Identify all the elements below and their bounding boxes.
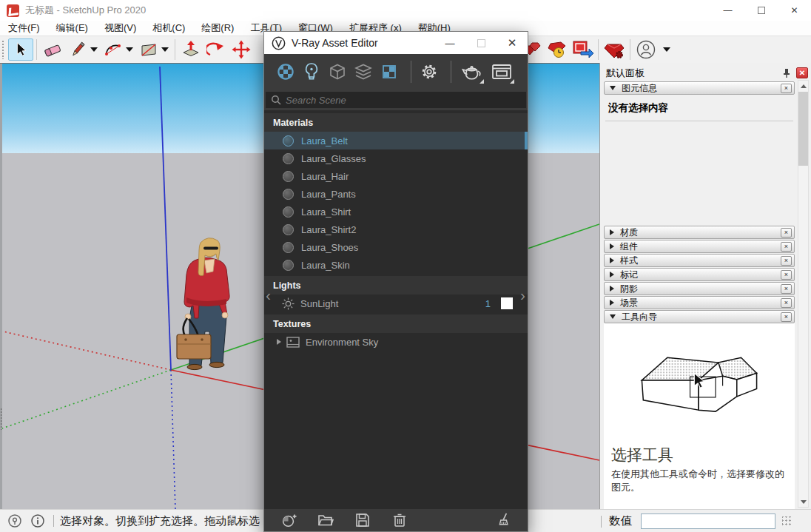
material-label: Laura_Pants xyxy=(301,189,356,200)
material-item[interactable]: Laura_Skin xyxy=(264,256,528,274)
minimize-icon: — xyxy=(724,5,733,16)
search-input[interactable] xyxy=(286,95,526,106)
toolbar-drag-handle[interactable] xyxy=(1,40,5,59)
tags-close-button[interactable]: × xyxy=(781,270,792,280)
add-asset-button[interactable] xyxy=(280,512,297,528)
eraser-tool-button[interactable] xyxy=(40,38,65,61)
scenes-section-header[interactable]: 场景 × xyxy=(604,296,795,309)
materials-section-header[interactable]: 材质 × xyxy=(604,226,795,239)
tags-section-header[interactable]: 标记 × xyxy=(604,268,795,281)
menu-draw[interactable]: 绘图(R) xyxy=(193,21,242,36)
push-pull-tool-button[interactable] xyxy=(178,38,203,61)
vray-geometry-tab[interactable] xyxy=(326,58,349,86)
arc-tool-button[interactable] xyxy=(101,38,126,61)
statusbar-separator xyxy=(601,516,602,528)
vray-extension-button[interactable] xyxy=(602,38,627,61)
expand-triangle-icon xyxy=(610,243,614,249)
account-button[interactable] xyxy=(633,38,659,61)
geolocation-button[interactable] xyxy=(7,513,23,529)
account-dropdown[interactable] xyxy=(663,47,670,52)
material-item[interactable]: Laura_Shoes xyxy=(264,238,528,256)
save-button[interactable] xyxy=(354,512,371,528)
vray-textures-tab[interactable] xyxy=(378,58,400,86)
menu-file[interactable]: 文件(F) xyxy=(0,21,48,36)
material-item-selected[interactable]: Laura_Belt xyxy=(264,132,528,149)
expand-right-panel-button[interactable]: › xyxy=(520,287,525,303)
follow-me-tool-button[interactable] xyxy=(203,38,229,61)
hand-right xyxy=(222,312,228,318)
shadows-close-button[interactable]: × xyxy=(781,284,792,294)
materials-group-header[interactable]: Materials xyxy=(264,113,528,132)
material-item[interactable]: Laura_Glasses xyxy=(264,149,528,167)
scroll-down-button[interactable] xyxy=(798,496,808,507)
entity-info-header[interactable]: 图元信息 × xyxy=(604,81,795,95)
textures-group-header[interactable]: Textures xyxy=(264,314,528,333)
delete-button[interactable] xyxy=(391,512,408,528)
minimize-button[interactable]: — xyxy=(711,0,744,21)
tray-scrollbar[interactable] xyxy=(798,80,809,508)
material-item[interactable]: Laura_Hair xyxy=(264,167,528,185)
lights-group-header[interactable]: Lights xyxy=(264,276,528,294)
shadows-section-header[interactable]: 阴影 × xyxy=(604,282,795,295)
material-item[interactable]: Laura_Pants xyxy=(264,185,528,203)
texture-item[interactable]: Environment Sky xyxy=(264,333,528,351)
rectangle-tool-button[interactable] xyxy=(136,38,161,61)
measurements-input[interactable] xyxy=(641,514,775,529)
material-item[interactable]: Laura_Shirt2 xyxy=(264,220,528,238)
scroll-up-button[interactable] xyxy=(798,81,808,91)
vray-close-button[interactable]: ✕ xyxy=(497,32,528,54)
components-close-button[interactable]: × xyxy=(781,242,792,252)
styles-section-header[interactable]: 样式 × xyxy=(604,254,795,267)
line-tool-dropdown[interactable] xyxy=(90,47,98,52)
vray-render-elements-tab[interactable] xyxy=(352,58,374,86)
move-tool-button[interactable] xyxy=(229,38,254,61)
arc-tool-dropdown[interactable] xyxy=(126,47,133,52)
vray-logo-icon xyxy=(272,36,286,50)
vray-settings-button[interactable] xyxy=(418,58,440,86)
purge-unused-button[interactable] xyxy=(497,512,513,528)
scrollbar-thumb[interactable] xyxy=(798,92,808,166)
tray-close-button[interactable]: ✕ xyxy=(796,67,808,78)
instructor-close-button[interactable]: × xyxy=(781,312,792,322)
send-to-layout-button[interactable] xyxy=(570,38,595,61)
material-label: Laura_Skin xyxy=(301,260,350,271)
collapse-left-panel-button[interactable]: ‹ xyxy=(266,287,271,303)
expand-triangle-icon[interactable] xyxy=(277,339,281,345)
instructor-section-header[interactable]: 工具向导 × xyxy=(604,310,795,323)
material-item[interactable]: Laura_Shirt xyxy=(264,203,528,220)
rectangle-tool-dropdown[interactable] xyxy=(161,47,169,52)
styles-close-button[interactable]: × xyxy=(781,256,792,266)
vray-lights-tab[interactable] xyxy=(300,58,323,86)
list-scrollbar-thumb[interactable] xyxy=(525,132,528,149)
vray-titlebar[interactable]: V-Ray Asset Editor — ✕ xyxy=(264,32,528,54)
vray-toolbar-separator xyxy=(451,61,451,83)
menu-view[interactable]: 视图(V) xyxy=(96,21,144,36)
sketchup-application-window: 无标题 - SketchUp Pro 2020 — ✕ 文件(F) 编辑(E) … xyxy=(0,0,811,532)
select-tool-button[interactable] xyxy=(8,38,33,61)
vray-frame-buffer-button[interactable] xyxy=(488,58,515,86)
window-titlebar[interactable]: 无标题 - SketchUp Pro 2020 — ✕ xyxy=(0,0,811,21)
vray-maximize-button[interactable] xyxy=(465,32,497,54)
entity-info-close-button[interactable]: × xyxy=(781,84,792,93)
vray-render-button[interactable] xyxy=(458,58,485,86)
light-color-swatch[interactable] xyxy=(501,297,513,309)
extension-warehouse-button[interactable] xyxy=(545,38,570,61)
vray-asset-list: Materials Laura_Belt Laura_Glasses Laura… xyxy=(264,110,528,509)
close-button[interactable]: ✕ xyxy=(778,0,811,21)
material-sphere-icon xyxy=(283,260,294,271)
materials-close-button[interactable]: × xyxy=(781,228,792,238)
menu-edit[interactable]: 编辑(E) xyxy=(48,21,96,36)
resize-grip[interactable] xyxy=(782,516,792,526)
maximize-button[interactable] xyxy=(744,0,778,21)
vray-minimize-button[interactable]: — xyxy=(434,32,465,54)
vray-materials-tab[interactable] xyxy=(275,58,297,86)
open-file-button[interactable] xyxy=(317,512,334,528)
menu-camera[interactable]: 相机(C) xyxy=(144,21,193,36)
pin-icon[interactable] xyxy=(781,67,793,79)
light-item[interactable]: SunLight 1 xyxy=(264,294,528,312)
scenes-close-button[interactable]: × xyxy=(781,298,792,308)
viewport-edge-grip[interactable] xyxy=(0,408,3,430)
line-tool-button[interactable] xyxy=(65,38,90,61)
components-section-header[interactable]: 组件 × xyxy=(604,240,795,253)
credits-info-button[interactable] xyxy=(30,513,46,529)
